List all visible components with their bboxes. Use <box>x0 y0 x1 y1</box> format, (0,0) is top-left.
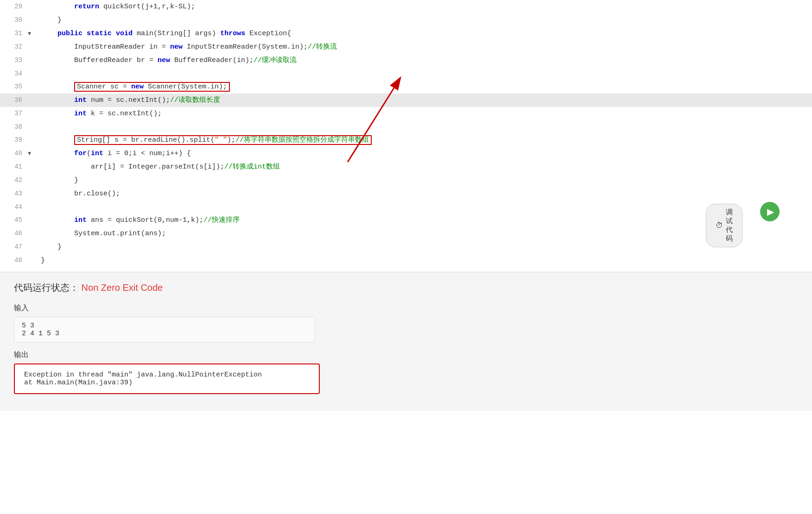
line-num-42: 42 <box>0 174 28 187</box>
status-value: Non Zero Exit Code <box>82 282 163 293</box>
code-content-33: BufferedReader br = new BufferedReader(i… <box>37 54 812 67</box>
code-content-36: int num = sc.nextInt();//读取数组长度 <box>37 94 812 107</box>
line-arrow-31: ▼ <box>28 27 37 40</box>
line-num-32: 32 <box>0 40 28 53</box>
code-content-37: int k = sc.nextInt(); <box>37 107 812 120</box>
code-line-43: 43 br.close(); <box>0 187 812 201</box>
debug-button[interactable]: ⏱ 调试代码 <box>706 204 742 247</box>
bottom-panel: 代码运行状态： Non Zero Exit Code 输入 5 32 4 1 5… <box>0 272 812 411</box>
code-line-41: 41 arr[i] = Integer.parseInt(s[i]);//转换成… <box>0 160 812 174</box>
code-line-44: 44 <box>0 201 812 213</box>
code-line-35: 35 Scanner sc = new Scanner(System.in); <box>0 80 812 94</box>
code-line-32: 32 InputStreamReader in = new InputStrea… <box>0 40 812 54</box>
code-line-48: 48 } <box>0 254 812 267</box>
debug-label: 调试代码 <box>726 208 733 243</box>
line-num-35: 35 <box>0 80 28 93</box>
code-content-30: } <box>37 14 812 27</box>
code-content-46: System.out.print(ans); <box>37 227 812 240</box>
line-num-43: 43 <box>0 187 28 200</box>
code-editor: 29 return quickSort(j+1,r,k-SL); 30 } 31… <box>0 0 812 267</box>
line-num-31: 31 <box>0 27 28 40</box>
code-line-38: 38 <box>0 120 812 133</box>
code-line-29: 29 return quickSort(j+1,r,k-SL); <box>0 0 812 13</box>
line-num-30: 30 <box>0 13 28 26</box>
error-line-2: at Main.main(Main.java:39) <box>24 379 310 387</box>
code-line-37: 37 int k = sc.nextInt(); <box>0 107 812 120</box>
line-num-37: 37 <box>0 107 28 120</box>
code-content-47: } <box>37 241 812 254</box>
input-section: 输入 5 32 4 1 5 3 <box>14 303 798 343</box>
input-label: 输入 <box>14 303 798 313</box>
code-line-31: 31 ▼ public static void main(String[] ar… <box>0 27 812 40</box>
line-num-36: 36 <box>0 94 28 107</box>
line-arrow-40: ▼ <box>28 147 37 160</box>
code-content-39: String[] s = br.readLine().split(" ");//… <box>37 134 812 147</box>
status-label: 代码运行状态： <box>14 282 79 293</box>
code-line-33: 33 BufferedReader br = new BufferedReade… <box>0 54 812 67</box>
run-button[interactable]: ▶ <box>760 202 780 221</box>
line-num-48: 48 <box>0 254 28 267</box>
code-line-45: 45 int ans = quickSort(0,num-1,k);//快速排序 <box>0 213 812 227</box>
code-content-45: int ans = quickSort(0,num-1,k);//快速排序 <box>37 214 812 227</box>
code-line-40: 40 ▼ for(int i = 0;i < num;i++) { <box>0 147 812 160</box>
page-wrapper: 29 return quickSort(j+1,r,k-SL); 30 } 31… <box>0 0 812 514</box>
code-content-29: return quickSort(j+1,r,k-SL); <box>37 0 812 13</box>
line-num-44: 44 <box>0 201 28 213</box>
line-num-41: 41 <box>0 160 28 173</box>
code-line-42: 42 } <box>0 174 812 187</box>
code-content-43: br.close(); <box>37 188 812 201</box>
code-line-46: 46 System.out.print(ans); <box>0 227 812 240</box>
line-num-33: 33 <box>0 54 28 67</box>
code-line-30: 30 } <box>0 13 812 27</box>
output-section: 输出 Exception in thread "main" java.lang.… <box>14 350 798 394</box>
line-num-39: 39 <box>0 133 28 146</box>
line-num-40: 40 <box>0 147 28 160</box>
code-content-42: } <box>37 174 812 187</box>
code-content-32: InputStreamReader in = new InputStreamRe… <box>37 41 812 54</box>
line-num-38: 38 <box>0 120 28 133</box>
code-content-40: for(int i = 0;i < num;i++) { <box>37 147 812 160</box>
line-num-46: 46 <box>0 227 28 240</box>
output-label: 输出 <box>14 350 798 360</box>
line-num-47: 47 <box>0 240 28 253</box>
input-box: 5 32 4 1 5 3 <box>14 317 315 343</box>
code-line-39: 39 String[] s = br.readLine().split(" ")… <box>0 133 812 147</box>
line-num-45: 45 <box>0 213 28 226</box>
line-num-29: 29 <box>0 0 28 13</box>
debug-icon: ⏱ <box>716 221 723 230</box>
line-num-34: 34 <box>0 67 28 80</box>
code-line-36: 36 int num = sc.nextInt();//读取数组长度 <box>0 94 812 107</box>
code-content-48: } <box>37 254 812 267</box>
status-title: 代码运行状态： Non Zero Exit Code <box>14 282 798 294</box>
code-content-41: arr[i] = Integer.parseInt(s[i]);//转换成int… <box>37 161 812 174</box>
code-line-34: 34 <box>0 67 812 80</box>
output-error-box: Exception in thread "main" java.lang.Nul… <box>14 364 320 394</box>
error-line-1: Exception in thread "main" java.lang.Nul… <box>24 371 310 379</box>
code-line-47: 47 } <box>0 240 812 254</box>
code-content-35: Scanner sc = new Scanner(System.in); <box>37 81 812 94</box>
run-icon: ▶ <box>767 206 774 217</box>
code-content-31: public static void main(String[] args) t… <box>37 27 812 40</box>
